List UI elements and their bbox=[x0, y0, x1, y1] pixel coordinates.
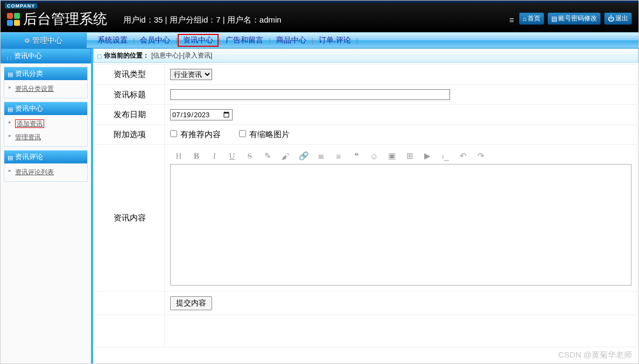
editor-eraser-icon[interactable]: ✎ bbox=[263, 151, 272, 161]
app-logo-icon bbox=[7, 13, 20, 26]
list-icon bbox=[8, 105, 13, 113]
recommend-checkbox-label[interactable]: 有推荐内容 bbox=[170, 130, 221, 139]
submit-button[interactable]: 提交内容 bbox=[170, 296, 212, 310]
sidebar-item[interactable]: 管理资讯 bbox=[4, 131, 87, 144]
form-table: 资讯类型 行业资讯 资讯标题 发布日期 附加选项 有推荐内容 bbox=[94, 64, 637, 347]
book-icon: ▤ bbox=[551, 15, 557, 23]
editor-list-ol-icon[interactable]: ≡ bbox=[334, 152, 343, 161]
thumbnail-checkbox-label[interactable]: 有缩略图片 bbox=[239, 130, 290, 139]
gear-icon bbox=[24, 33, 30, 48]
company-tag: COMPANY bbox=[5, 3, 37, 9]
nav-strip: 管理中心 系统设置 | 会员中心 | 资讯中心 | 广告和留言 | 商品中心 |… bbox=[1, 32, 638, 48]
nav-item-2[interactable]: 资讯中心 bbox=[178, 34, 219, 47]
content-editor[interactable] bbox=[170, 164, 631, 286]
sidebar-item[interactable]: 资讯分类设置 bbox=[4, 82, 87, 96]
user-info: 用户id：35 | 用户分组id：7 | 用户名：admin bbox=[123, 15, 282, 25]
home-icon: ⌂ bbox=[523, 15, 526, 23]
breadcrumb-path: [信息中心]-[录入资讯] bbox=[151, 51, 212, 60]
home-link[interactable]: ⌂首页 bbox=[519, 12, 544, 25]
power-icon: ⏻ bbox=[608, 15, 614, 23]
breadcrumb-prefix: 你当前的位置： bbox=[104, 51, 149, 60]
doc-icon bbox=[97, 52, 102, 60]
account-link[interactable]: ▤账号密码修改 bbox=[547, 12, 601, 25]
nav-item-4[interactable]: 商品中心 bbox=[271, 35, 312, 45]
sidebar-group-0: 资讯分类资讯分类设置 bbox=[4, 67, 88, 98]
editor-emoji-icon[interactable]: ☺ bbox=[370, 152, 378, 161]
sidebar-item[interactable]: 资讯评论列表 bbox=[4, 166, 87, 179]
sidebar: 资讯中心 资讯分类资讯分类设置资讯中心添加资讯管理资讯资讯评论资讯评论列表 bbox=[1, 48, 93, 363]
sidebar-group-head: 资讯分类 bbox=[4, 67, 87, 80]
menu-icon bbox=[509, 16, 516, 22]
logout-link[interactable]: ⏻退出 bbox=[604, 12, 632, 25]
list-icon bbox=[8, 70, 13, 78]
sidebar-title: 资讯中心 bbox=[1, 48, 91, 63]
editor-code-icon[interactable]: ›_ bbox=[441, 152, 450, 161]
editor-toolbar: HBIUS✎🖌🔗≣≡❝☺▣⊞▶›_↶↷ bbox=[170, 149, 631, 164]
title-label: 资讯标题 bbox=[95, 85, 165, 105]
date-input[interactable] bbox=[170, 109, 233, 120]
editor-heading-icon[interactable]: H bbox=[174, 152, 183, 161]
sidebar-group-head: 资讯中心 bbox=[4, 102, 87, 115]
sidebar-item[interactable]: 添加资讯 bbox=[4, 117, 87, 131]
editor-brush-icon[interactable]: 🖌 bbox=[281, 152, 290, 161]
type-label: 资讯类型 bbox=[95, 65, 165, 85]
editor-redo-icon[interactable]: ↷ bbox=[476, 151, 485, 161]
editor-table-icon[interactable]: ⊞ bbox=[405, 151, 414, 161]
top-header: COMPANY 后台管理系统 用户id：35 | 用户分组id：7 | 用户名：… bbox=[1, 1, 638, 32]
sidebar-group-head: 资讯评论 bbox=[4, 151, 87, 163]
sidebar-group-1: 资讯中心添加资讯管理资讯 bbox=[4, 102, 88, 147]
app-title: 后台管理系统 bbox=[23, 10, 107, 28]
top-links: ⌂首页 ▤账号密码修改 ⏻退出 bbox=[509, 12, 632, 25]
nav-item-5[interactable]: 订单.评论 bbox=[313, 35, 356, 45]
editor-italic-icon[interactable]: I bbox=[210, 152, 219, 161]
editor-link-icon[interactable]: 🔗 bbox=[299, 151, 307, 161]
content-label: 资讯内容 bbox=[95, 145, 165, 292]
type-select[interactable]: 行业资讯 bbox=[170, 69, 212, 80]
recommend-checkbox[interactable] bbox=[170, 130, 177, 137]
sidebar-group-2: 资讯评论资讯评论列表 bbox=[4, 150, 88, 182]
date-label: 发布日期 bbox=[95, 105, 165, 125]
editor-video-icon[interactable]: ▶ bbox=[423, 151, 432, 161]
editor-undo-icon[interactable]: ↶ bbox=[459, 151, 467, 161]
sidebar-link[interactable]: 资讯分类设置 bbox=[15, 85, 54, 92]
nav-item-0[interactable]: 系统设置 bbox=[92, 35, 133, 45]
nav-side-heading: 管理中心 bbox=[1, 33, 87, 48]
main-content: 你当前的位置： [信息中心]-[录入资讯] 资讯类型 行业资讯 资讯标题 发布日… bbox=[93, 48, 638, 363]
editor-strike-icon[interactable]: S bbox=[245, 152, 254, 161]
title-input[interactable] bbox=[170, 89, 450, 100]
extra-label: 附加选项 bbox=[95, 125, 165, 145]
editor-list-ul-icon[interactable]: ≣ bbox=[317, 151, 325, 161]
sidebar-link[interactable]: 管理资讯 bbox=[15, 133, 41, 141]
thumbnail-checkbox[interactable] bbox=[239, 130, 246, 137]
nav-item-1[interactable]: 会员中心 bbox=[135, 35, 175, 45]
grid-icon bbox=[5, 53, 12, 59]
sidebar-link[interactable]: 添加资讯 bbox=[15, 119, 44, 128]
nav-links: 系统设置 | 会员中心 | 资讯中心 | 广告和留言 | 商品中心 | 订单.评… bbox=[87, 33, 638, 48]
list-icon bbox=[8, 153, 13, 161]
nav-item-3[interactable]: 广告和留言 bbox=[220, 35, 269, 45]
editor-underline-icon[interactable]: U bbox=[228, 152, 236, 161]
sidebar-link[interactable]: 资讯评论列表 bbox=[15, 168, 54, 176]
breadcrumb: 你当前的位置： [信息中心]-[录入资讯] bbox=[93, 48, 638, 63]
editor-quote-icon[interactable]: ❝ bbox=[352, 151, 361, 161]
editor-image-icon[interactable]: ▣ bbox=[388, 151, 396, 161]
editor-bold-icon[interactable]: B bbox=[192, 152, 201, 161]
